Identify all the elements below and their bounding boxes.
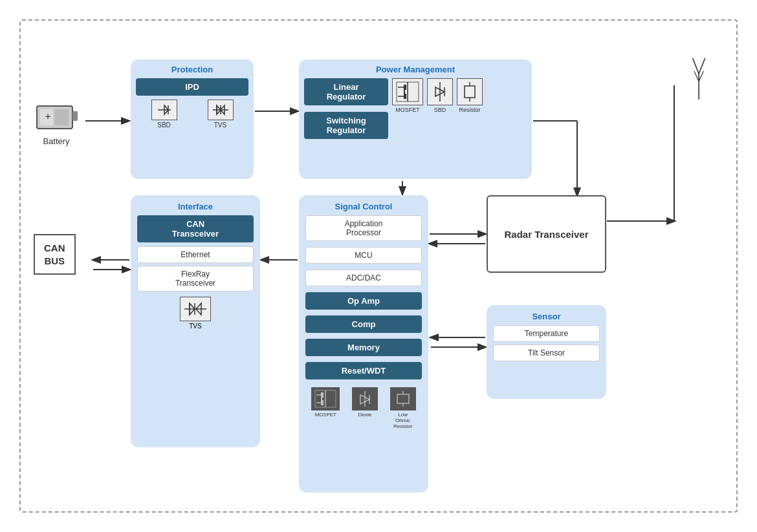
power-inner: LinearRegulator SwitchingRegulator xyxy=(304,78,527,143)
sensor-title: Sensor xyxy=(493,312,600,321)
resetwdt-btn: Reset/WDT xyxy=(305,362,422,379)
battery-icon: + xyxy=(34,98,79,134)
signal-title: Signal Control xyxy=(305,202,422,211)
tvs-icon xyxy=(208,100,234,120)
linear-btn: LinearRegulator xyxy=(304,78,388,105)
svg-rect-19 xyxy=(54,109,69,125)
mosfet-icon-power xyxy=(392,78,423,105)
diode-label: Diode xyxy=(358,412,372,418)
svg-rect-17 xyxy=(72,111,78,121)
diode-icon xyxy=(352,387,378,410)
sbd-label-power: SBD xyxy=(434,107,446,113)
resistor-icon-item-power: Resistor xyxy=(457,78,483,113)
sensor-block: Sensor Temperature Tilt Sensor xyxy=(487,305,606,399)
switching-btn: SwitchingRegulator xyxy=(304,112,388,139)
canbus-box: CANBUS xyxy=(34,234,76,275)
comp-btn: Comp xyxy=(305,315,422,333)
temperature-btn: Temperature xyxy=(493,325,600,342)
svg-text:+: + xyxy=(45,111,50,122)
sbd-icon-power xyxy=(427,78,453,105)
mosfet-label-signal: MOSFET xyxy=(315,412,336,418)
battery-label: Battery xyxy=(43,136,69,146)
tvs-label-prot: TVS xyxy=(214,122,226,129)
canbus-section: CANBUS xyxy=(34,234,76,275)
app-processor-btn: ApplicationProcessor xyxy=(305,215,422,241)
protection-icons: SBD TVS xyxy=(136,100,248,129)
mosfet-label-power: MOSFET xyxy=(395,107,420,113)
power-left: LinearRegulator SwitchingRegulator xyxy=(304,78,388,143)
svg-line-62 xyxy=(699,58,705,74)
opamp-btn: Op Amp xyxy=(305,292,422,310)
mosfet-icon-item-signal: MOSFET xyxy=(311,387,340,429)
canbus-label: CANBUS xyxy=(44,242,65,266)
radar-label: Radar Transceiver xyxy=(504,228,588,241)
low-ohmic-icon-item: LowOhmicResistor xyxy=(390,387,416,429)
tvs-icon-interface xyxy=(180,297,211,321)
low-ohmic-label: LowOhmicResistor xyxy=(393,412,412,429)
sbd-icon xyxy=(151,100,177,120)
mcu-btn: MCU xyxy=(305,247,422,264)
radar-block: Radar Transceiver xyxy=(487,195,606,273)
flexray-btn: FlexRayTransceiver xyxy=(137,266,254,292)
power-title: Power Management xyxy=(304,65,527,74)
tvs-label-interface: TVS xyxy=(189,323,201,330)
sbd-icon-item: SBD xyxy=(151,100,177,129)
mosfet-icon-signal xyxy=(311,387,340,410)
mosfet-icon-item-power: MOSFET xyxy=(392,78,423,113)
svg-line-61 xyxy=(693,58,699,74)
svg-rect-40 xyxy=(465,86,475,98)
signal-block: Signal Control ApplicationProcessor MCU … xyxy=(299,195,428,493)
power-right: MOSFET SBD xyxy=(392,78,527,143)
resistor-icon-power xyxy=(457,78,483,105)
diagram-container: + Battery CANBUS Protection IPD SBD xyxy=(19,19,738,513)
signal-component-icons: MOSFET Diode xyxy=(305,387,422,429)
memory-btn: Memory xyxy=(305,339,422,356)
protection-block: Protection IPD SBD xyxy=(131,59,254,179)
adcdac-btn: ADC/DAC xyxy=(305,270,422,286)
antenna-section xyxy=(688,53,710,107)
interface-title: Interface xyxy=(137,202,254,211)
resistor-label-power: Resistor xyxy=(459,107,480,113)
svg-rect-58 xyxy=(397,394,409,403)
ethernet-btn: Ethernet xyxy=(137,246,254,263)
can-transceiver-btn: CANTransceiver xyxy=(137,215,254,242)
sbd-label: SBD xyxy=(157,122,171,129)
protection-title: Protection xyxy=(136,65,248,74)
battery-section: + Battery xyxy=(34,98,79,146)
power-block: Power Management LinearRegulator Switchi… xyxy=(299,59,532,179)
low-ohmic-icon xyxy=(390,387,416,410)
diode-icon-item: Diode xyxy=(352,387,378,429)
tilt-sensor-btn: Tilt Sensor xyxy=(493,345,600,361)
antenna-icon xyxy=(688,53,710,105)
ipd-btn: IPD xyxy=(136,78,248,96)
interface-block: Interface CANTransceiver Ethernet FlexRa… xyxy=(131,195,260,447)
signal-items: ApplicationProcessor MCU ADC/DAC Op Amp … xyxy=(305,215,422,382)
tvs-icon-item: TVS xyxy=(208,100,234,129)
sbd-icon-item-power: SBD xyxy=(427,78,453,113)
